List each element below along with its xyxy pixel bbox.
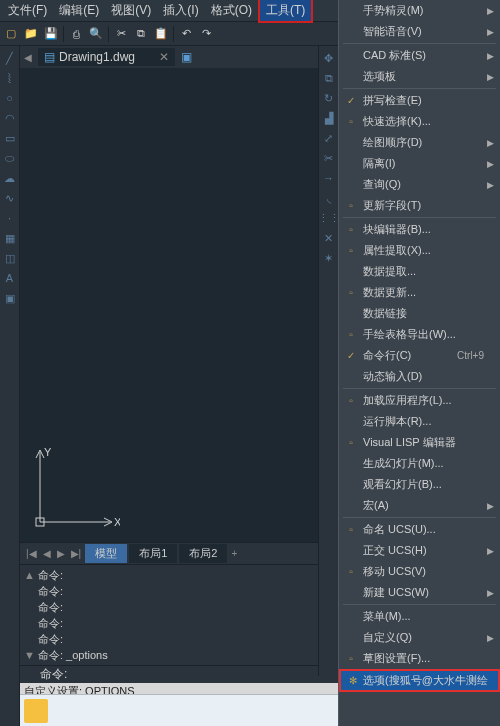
submenu-arrow-icon: ▶ [487, 138, 494, 148]
layout-first-icon[interactable]: |◀ [24, 548, 39, 559]
layout-tab-2[interactable]: 布局2 [179, 544, 227, 563]
menu-item[interactable]: ▫更新字段(T) [339, 195, 500, 216]
paste-icon[interactable]: 📋 [152, 25, 170, 43]
menu-item-icon: ▫ [343, 224, 359, 235]
menu-item[interactable]: 观看幻灯片(B)... [339, 474, 500, 495]
fillet-icon[interactable]: ◟ [321, 190, 337, 206]
menu-item[interactable]: ✓命令行(C)Ctrl+9 [339, 345, 500, 366]
layout-tab-1[interactable]: 布局1 [129, 544, 177, 563]
mirror-icon[interactable]: ▟ [321, 110, 337, 126]
menu-item[interactable]: 绘图顺序(D)▶ [339, 132, 500, 153]
menu-item[interactable]: 隔离(I)▶ [339, 153, 500, 174]
print-icon[interactable]: ⎙ [67, 25, 85, 43]
menu-item[interactable]: CAD 标准(S)▶ [339, 45, 500, 66]
menu-item-label: 移动 UCS(V) [363, 564, 426, 579]
menu-item[interactable]: 动态输入(D) [339, 366, 500, 387]
redo-icon[interactable]: ↷ [197, 25, 215, 43]
menu-item[interactable]: 智能语音(V)▶ [339, 21, 500, 42]
history-toggle-icon[interactable]: ▲ [24, 567, 38, 583]
modify-toolbar: ✥ ⧉ ↻ ▟ ⤢ ✂ → ◟ ⋮⋮ ✕ ✶ [318, 46, 338, 676]
menu-item[interactable]: ▫Visual LISP 编辑器 [339, 432, 500, 453]
menu-item-label: CAD 标准(S) [363, 48, 426, 63]
open-icon[interactable]: 📁 [22, 25, 40, 43]
menu-file[interactable]: 文件(F) [2, 0, 53, 21]
rect-icon[interactable]: ▭ [2, 130, 18, 146]
ellipse-icon[interactable]: ⬭ [2, 150, 18, 166]
preview-icon[interactable]: 🔍 [87, 25, 105, 43]
array-icon[interactable]: ⋮⋮ [321, 210, 337, 226]
layout-prev-icon[interactable]: ◀ [41, 548, 53, 559]
menu-edit[interactable]: 编辑(E) [53, 0, 105, 21]
erase-icon[interactable]: ✕ [321, 230, 337, 246]
menu-item[interactable]: 新建 UCS(W)▶ [339, 582, 500, 603]
menu-item[interactable]: ▫数据更新... [339, 282, 500, 303]
menu-item[interactable]: ✓拼写检查(E) [339, 90, 500, 111]
text-icon[interactable]: A [2, 270, 18, 286]
menu-item-label: 运行脚本(R)... [363, 414, 431, 429]
explorer-icon[interactable] [24, 699, 48, 723]
menu-item[interactable]: 生成幻灯片(M)... [339, 453, 500, 474]
block-icon[interactable]: ▣ [2, 290, 18, 306]
undo-icon[interactable]: ↶ [177, 25, 195, 43]
layout-last-icon[interactable]: ▶| [69, 548, 84, 559]
menu-item[interactable]: 自定义(Q)▶ [339, 627, 500, 648]
menu-item[interactable]: 数据提取... [339, 261, 500, 282]
scale-icon[interactable]: ⤢ [321, 130, 337, 146]
circle-icon[interactable]: ○ [2, 90, 18, 106]
move-icon[interactable]: ✥ [321, 50, 337, 66]
menu-item[interactable]: 查询(Q)▶ [339, 174, 500, 195]
menu-item[interactable]: ▫快速选择(K)... [339, 111, 500, 132]
menu-item[interactable]: ▫手绘表格导出(W)... [339, 324, 500, 345]
menu-item-icon: ▫ [343, 395, 359, 406]
menu-item[interactable]: 手势精灵(M)▶ [339, 0, 500, 21]
menu-separator [343, 388, 496, 389]
menu-item[interactable]: ▫草图设置(F)... [339, 648, 500, 669]
menu-item[interactable]: ▫命名 UCS(U)... [339, 519, 500, 540]
explode-icon[interactable]: ✶ [321, 250, 337, 266]
menu-item[interactable]: 宏(A)▶ [339, 495, 500, 516]
spline-icon[interactable]: ∿ [2, 190, 18, 206]
menu-item-label: 隔离(I) [363, 156, 395, 171]
menu-item[interactable]: ▫移动 UCS(V) [339, 561, 500, 582]
menu-item[interactable]: ▫加载应用程序(L)... [339, 390, 500, 411]
menu-item-label: 宏(A) [363, 498, 389, 513]
save-icon[interactable]: 💾 [42, 25, 60, 43]
history-toggle-icon[interactable]: ▼ [24, 647, 38, 663]
cloud-icon[interactable]: ☁ [2, 170, 18, 186]
trim-icon[interactable]: ✂ [321, 150, 337, 166]
layout-tab-model[interactable]: 模型 [85, 544, 127, 563]
region-icon[interactable]: ◫ [2, 250, 18, 266]
extend-icon[interactable]: → [321, 170, 337, 186]
menu-insert[interactable]: 插入(I) [157, 0, 204, 21]
copy-icon[interactable]: ⧉ [132, 25, 150, 43]
new-icon[interactable]: ▢ [2, 25, 20, 43]
line-icon[interactable]: ╱ [2, 50, 18, 66]
hatch-icon[interactable]: ▦ [2, 230, 18, 246]
pline-icon[interactable]: ⦚ [2, 70, 18, 86]
menu-item[interactable]: ✻选项(搜狐号@大水牛测绘 [339, 669, 500, 692]
tab-prev-icon[interactable]: ◀ [24, 52, 32, 63]
add-tab-icon[interactable]: ▣ [181, 50, 192, 64]
point-icon[interactable]: · [2, 210, 18, 226]
arc-icon[interactable]: ◠ [2, 110, 18, 126]
document-tab[interactable]: ▤ Drawing1.dwg ✕ [38, 48, 175, 66]
cut-icon[interactable]: ✂ [112, 25, 130, 43]
menu-item-label: 生成幻灯片(M)... [363, 456, 444, 471]
menu-item-label: 快速选择(K)... [363, 114, 431, 129]
layout-add-icon[interactable]: + [229, 548, 239, 559]
menu-format[interactable]: 格式(O) [205, 0, 258, 21]
submenu-arrow-icon: ▶ [487, 501, 494, 511]
rotate-icon[interactable]: ↻ [321, 90, 337, 106]
menu-item[interactable]: 运行脚本(R)... [339, 411, 500, 432]
menu-view[interactable]: 视图(V) [105, 0, 157, 21]
menu-item[interactable]: ▫属性提取(X)... [339, 240, 500, 261]
close-tab-icon[interactable]: ✕ [159, 50, 169, 64]
menu-tools[interactable]: 工具(T) [258, 0, 313, 23]
menu-item[interactable]: 菜单(M)... [339, 606, 500, 627]
menu-item[interactable]: 数据链接 [339, 303, 500, 324]
copy2-icon[interactable]: ⧉ [321, 70, 337, 86]
menu-item[interactable]: 选项板▶ [339, 66, 500, 87]
menu-item[interactable]: ▫块编辑器(B)... [339, 219, 500, 240]
menu-item[interactable]: 正交 UCS(H)▶ [339, 540, 500, 561]
layout-next-icon[interactable]: ▶ [55, 548, 67, 559]
